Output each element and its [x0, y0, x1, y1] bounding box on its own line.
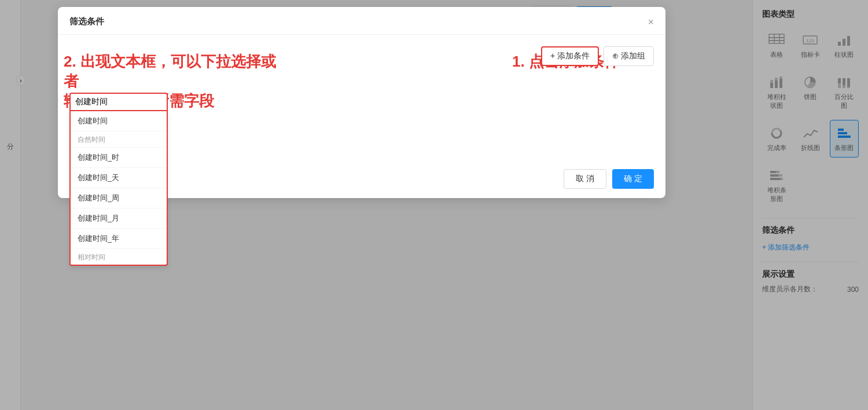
- add-condition-button[interactable]: + 添加条件: [541, 46, 599, 66]
- dropdown-item-year[interactable]: 创建时间_年: [71, 229, 167, 249]
- search-dropdown-wrapper: ⌕ 创建时间 自然时间 创建时间_时 创建时间_天 创建时间_周 创建时间_月 …: [69, 93, 168, 266]
- filter-modal: 筛选条件 × 2. 出现文本框，可以下拉选择或 者 输入快捷匹配所需字段 1. …: [58, 7, 665, 198]
- dropdown-group-xiangduishijian: 相对时间: [71, 249, 167, 265]
- dropdown-item-hour[interactable]: 创建时间_时: [71, 148, 167, 168]
- confirm-button[interactable]: 确 定: [612, 169, 654, 189]
- modal-title: 筛选条件: [69, 16, 104, 27]
- modal-body: 2. 出现文本框，可以下拉选择或 者 输入快捷匹配所需字段 1. 点击添加条件 …: [58, 35, 665, 162]
- cancel-button[interactable]: 取 消: [564, 169, 606, 189]
- condition-actions: + 添加条件 ⊕ 添加组: [541, 46, 654, 66]
- dropdown-item-chuangjianshijian[interactable]: 创建时间: [71, 111, 167, 131]
- dropdown-item-week[interactable]: 创建时间_周: [71, 188, 167, 208]
- modal-header: 筛选条件 ×: [58, 7, 665, 35]
- search-input-box: ⌕: [69, 93, 168, 111]
- dropdown-item-day[interactable]: 创建时间_天: [71, 168, 167, 188]
- modal-close-button[interactable]: ×: [648, 17, 654, 27]
- dropdown-list: 创建时间 自然时间 创建时间_时 创建时间_天 创建时间_周 创建时间_月 创建…: [69, 111, 168, 266]
- search-icon: ⌕: [180, 98, 185, 107]
- search-input[interactable]: [75, 97, 176, 107]
- dropdown-item-month[interactable]: 创建时间_月: [71, 208, 167, 229]
- add-group-button[interactable]: ⊕ 添加组: [604, 46, 654, 66]
- dropdown-group-ziranshijian: 自然时间: [71, 131, 167, 148]
